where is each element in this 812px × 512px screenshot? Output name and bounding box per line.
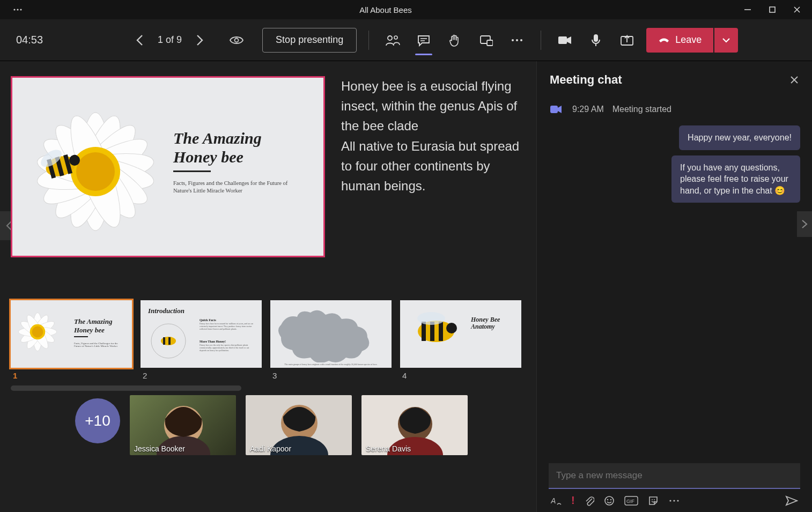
svg-marker-18 bbox=[567, 36, 571, 44]
svg-point-41 bbox=[76, 152, 115, 191]
chat-next-arrow[interactable] bbox=[797, 211, 812, 237]
svg-text:GIF: GIF bbox=[626, 499, 635, 504]
svg-point-83 bbox=[605, 496, 614, 505]
raise-hand-button[interactable] bbox=[443, 28, 467, 52]
send-button[interactable] bbox=[785, 495, 798, 506]
hangup-icon bbox=[658, 35, 670, 45]
svg-point-71 bbox=[417, 312, 445, 325]
svg-point-85 bbox=[610, 499, 611, 500]
chat-button[interactable] bbox=[412, 28, 435, 52]
svg-marker-81 bbox=[558, 106, 562, 113]
attach-button[interactable] bbox=[585, 495, 594, 506]
svg-rect-80 bbox=[550, 106, 558, 113]
svg-rect-65 bbox=[168, 337, 171, 345]
svg-rect-69 bbox=[439, 322, 443, 341]
breakout-rooms-button[interactable] bbox=[474, 28, 498, 52]
participant-gallery: +10 Jessica Booker Aadi Kapoor Serena Da… bbox=[0, 391, 536, 455]
video-tile[interactable]: Serena Davis bbox=[361, 395, 468, 455]
svg-point-90 bbox=[669, 500, 671, 501]
svg-point-84 bbox=[607, 499, 608, 500]
maximize-button[interactable] bbox=[765, 2, 780, 17]
leave-options-button[interactable] bbox=[714, 28, 738, 53]
svg-rect-67 bbox=[422, 322, 426, 341]
presenter-main-area: The Amazing Honey bee Facts, Figures and… bbox=[0, 61, 536, 512]
svg-text:A: A bbox=[551, 496, 556, 505]
more-app-icon[interactable] bbox=[10, 2, 25, 17]
chat-compose: A ! GIF bbox=[537, 457, 812, 512]
svg-point-8 bbox=[388, 36, 392, 40]
overflow-participants-badge[interactable]: +10 bbox=[75, 398, 120, 443]
meeting-timer: 04:53 bbox=[16, 34, 43, 46]
next-slide-button[interactable] bbox=[190, 31, 209, 49]
svg-marker-93 bbox=[786, 496, 797, 505]
svg-point-7 bbox=[235, 38, 239, 42]
private-view-button[interactable] bbox=[226, 35, 247, 46]
svg-point-9 bbox=[394, 36, 397, 39]
svg-rect-13 bbox=[487, 40, 493, 46]
thumb-number: 3 bbox=[270, 370, 392, 380]
svg-point-92 bbox=[677, 500, 678, 501]
slide-subtitle: Facts, Figures and the Challenges for th… bbox=[173, 180, 291, 194]
svg-rect-17 bbox=[558, 36, 567, 44]
more-compose-button[interactable] bbox=[668, 499, 680, 503]
sticker-button[interactable] bbox=[648, 495, 659, 506]
slide-thumbnail-2[interactable]: Introduction Quick Facts Honey bees have… bbox=[141, 300, 262, 368]
slide-graphic-icon bbox=[11, 76, 195, 257]
svg-point-16 bbox=[520, 39, 522, 41]
chat-close-button[interactable] bbox=[789, 75, 799, 85]
notes-paragraph: All native to Eurasia but spread to four… bbox=[341, 136, 520, 196]
gif-button[interactable]: GIF bbox=[624, 496, 638, 506]
chat-body: 9:29 AM Meeting started Happy new year, … bbox=[537, 93, 812, 457]
participant-name: Serena Davis bbox=[366, 444, 411, 453]
svg-point-70 bbox=[446, 323, 457, 333]
thumb-number: 4 bbox=[400, 370, 521, 380]
speaker-notes: Honey bee is a eusocial flying insect, w… bbox=[341, 76, 526, 257]
meeting-icon bbox=[549, 102, 564, 117]
format-button[interactable]: A bbox=[551, 496, 562, 506]
chat-title: Meeting chat bbox=[550, 73, 622, 87]
slide-thumbnail-1[interactable]: The AmazingHoney bee Facts, Figures and … bbox=[11, 300, 132, 368]
toolbar-divider-2 bbox=[541, 31, 541, 50]
svg-point-61 bbox=[32, 327, 43, 338]
chat-message[interactable]: Happy new year, everyone! bbox=[679, 125, 800, 150]
slide-title: The Amazing Honey bee bbox=[173, 129, 262, 172]
more-actions-button[interactable] bbox=[505, 28, 529, 52]
close-button[interactable] bbox=[789, 2, 804, 17]
thumb-number: 2 bbox=[141, 370, 262, 380]
video-tile[interactable]: Jessica Booker bbox=[130, 395, 236, 455]
slide-navigator: 1 of 9 Stop presenting bbox=[131, 28, 357, 53]
meeting-toolbar: 04:53 1 of 9 Stop presenting bbox=[0, 19, 812, 61]
svg-rect-4 bbox=[770, 7, 775, 12]
priority-button[interactable]: ! bbox=[571, 494, 575, 507]
leave-label: Leave bbox=[675, 34, 702, 46]
window-title: All About Bees bbox=[31, 5, 740, 14]
participant-name: Jessica Booker bbox=[134, 444, 185, 453]
slide-thumbnails: The AmazingHoney bee Facts, Figures and … bbox=[0, 263, 536, 380]
svg-rect-19 bbox=[594, 34, 598, 42]
participants-button[interactable] bbox=[381, 28, 404, 52]
slide-counter: 1 of 9 bbox=[158, 34, 182, 46]
toolbar-divider bbox=[368, 31, 369, 50]
emoji-button[interactable] bbox=[604, 495, 615, 506]
thumbnail-scrollbar[interactable] bbox=[11, 385, 241, 391]
chat-input[interactable] bbox=[549, 463, 800, 489]
video-tile[interactable]: Aadi Kapoor bbox=[246, 395, 352, 455]
thumb-number: 1 bbox=[11, 370, 132, 380]
svg-point-88 bbox=[652, 499, 653, 500]
stop-presenting-button[interactable]: Stop presenting bbox=[262, 28, 357, 53]
chat-system-message: 9:29 AM Meeting started bbox=[549, 102, 800, 117]
current-slide[interactable]: The Amazing Honey bee Facts, Figures and… bbox=[11, 76, 325, 257]
svg-point-1 bbox=[17, 9, 18, 10]
svg-point-2 bbox=[20, 9, 21, 10]
svg-point-91 bbox=[673, 500, 675, 501]
prev-slide-button[interactable] bbox=[131, 31, 149, 49]
chat-message[interactable]: If you have any questions, please feel f… bbox=[671, 155, 800, 203]
share-button[interactable] bbox=[615, 28, 639, 52]
minimize-button[interactable] bbox=[740, 2, 755, 17]
slide-thumbnail-3[interactable]: The main groups of honey bees originate … bbox=[270, 300, 392, 368]
leave-button[interactable]: Leave bbox=[646, 28, 713, 53]
slide-thumbnail-4[interactable]: Honey Bee Anatomy bbox=[400, 300, 521, 368]
mic-button[interactable] bbox=[584, 28, 608, 52]
camera-button[interactable] bbox=[553, 28, 577, 52]
notes-paragraph: Honey bee is a eusocial flying insect, w… bbox=[341, 76, 520, 136]
